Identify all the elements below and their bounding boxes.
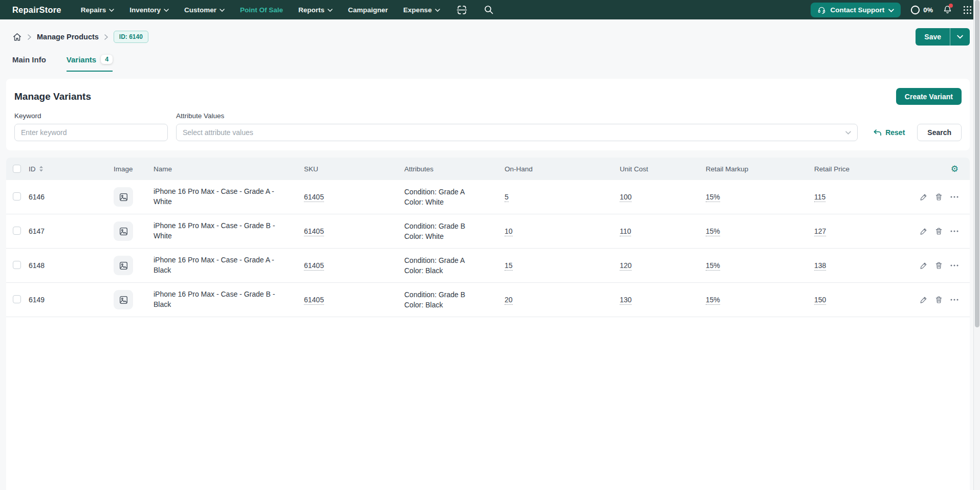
column-header-id[interactable]: ID [23, 165, 107, 173]
attribute-color: Color: Black [404, 300, 498, 310]
delete-trash-icon[interactable] [935, 227, 943, 235]
retail-price-value[interactable]: 138 [814, 261, 826, 271]
delete-trash-icon[interactable] [935, 193, 943, 201]
sort-icon[interactable] [39, 166, 43, 172]
save-dropdown-button[interactable] [950, 28, 970, 46]
notifications-bell-icon[interactable] [943, 5, 952, 15]
apps-grid-icon[interactable] [963, 6, 972, 14]
variant-image-placeholder[interactable] [114, 187, 133, 207]
more-options-ellipsis-icon[interactable] [950, 196, 959, 198]
create-variant-button[interactable]: Create Variant [896, 88, 962, 105]
more-options-ellipsis-icon[interactable] [950, 230, 959, 232]
attribute-values-placeholder: Select attribute values [183, 128, 253, 137]
keyword-label: Keyword [14, 112, 168, 120]
row-checkbox[interactable] [13, 261, 21, 269]
usage-gauge[interactable]: 0% [910, 5, 933, 15]
chevron-down-icon [220, 9, 225, 12]
select-all-checkbox[interactable] [13, 165, 21, 173]
variant-sku[interactable]: 61405 [304, 296, 324, 305]
variant-image-placeholder[interactable] [114, 256, 133, 275]
attribute-color: Color: White [404, 231, 498, 241]
table-header: ID Image Name SKU Attributes On-Hand Uni… [6, 158, 970, 180]
table-body: 6146 iPhone 16 Pro Max - Case - Grade A … [6, 180, 970, 317]
edit-pencil-icon[interactable] [920, 193, 927, 201]
table-row: 6149 iPhone 16 Pro Max - Case - Grade B … [6, 283, 970, 317]
on-hand-value[interactable]: 20 [505, 296, 513, 305]
image-icon [119, 192, 128, 202]
attribute-color: Color: Black [404, 265, 498, 276]
variant-id: 6146 [23, 193, 107, 201]
tab-variants[interactable]: Variants 4 [67, 55, 113, 72]
attribute-values-select[interactable]: Select attribute values [176, 124, 858, 141]
breadcrumb-manage-products[interactable]: Manage Products [37, 33, 99, 41]
retail-price-value[interactable]: 150 [814, 296, 826, 305]
unit-cost-value[interactable]: 100 [620, 193, 631, 202]
edit-pencil-icon[interactable] [920, 296, 927, 304]
variant-name: iPhone 16 Pro Max - Case - Grade A - Whi… [154, 187, 288, 207]
keyword-input[interactable] [14, 124, 168, 141]
retail-markup-value[interactable]: 15% [706, 227, 720, 236]
row-checkbox[interactable] [13, 192, 21, 201]
more-options-ellipsis-icon[interactable] [950, 299, 959, 301]
contact-support-button[interactable]: Contact Support [811, 3, 901, 17]
undo-arrow-icon [873, 129, 882, 137]
barcode-scan-icon[interactable] [456, 5, 467, 15]
column-header-sku: SKU [298, 165, 398, 173]
unit-cost-value[interactable]: 110 [620, 227, 631, 236]
column-header-attributes: Attributes [398, 165, 498, 173]
home-icon[interactable] [12, 32, 22, 42]
nav-item-point-of-sale[interactable]: Point Of Sale [240, 6, 283, 14]
column-header-retail-markup: Retail Markup [700, 165, 808, 173]
image-icon [119, 295, 128, 305]
chevron-down-icon [957, 35, 963, 39]
edit-pencil-icon[interactable] [920, 262, 927, 270]
row-checkbox[interactable] [13, 295, 21, 303]
retail-markup-value[interactable]: 15% [706, 193, 720, 202]
nav-item-campaigner[interactable]: Campaigner [348, 6, 388, 14]
on-hand-value[interactable]: 5 [505, 193, 509, 202]
row-checkbox[interactable] [13, 227, 21, 235]
table-settings-gear-icon[interactable]: ⚙ [951, 165, 959, 173]
brand-logo[interactable]: RepairStore [12, 5, 61, 15]
column-header-retail-price: Retail Price [808, 165, 909, 173]
variant-sku[interactable]: 61405 [304, 193, 324, 202]
retail-markup-value[interactable]: 15% [706, 296, 720, 305]
column-header-name: Name [147, 165, 298, 173]
nav-item-reports[interactable]: Reports [298, 6, 333, 14]
save-button[interactable]: Save [916, 28, 950, 46]
variant-name: iPhone 16 Pro Max - Case - Grade A - Bla… [154, 255, 288, 275]
scrollbar-thumb[interactable] [975, 0, 979, 327]
search-icon[interactable] [484, 5, 494, 15]
attribute-condition: Condition: Grade A [404, 255, 498, 265]
variant-sku[interactable]: 61405 [304, 261, 324, 271]
variant-name: iPhone 16 Pro Max - Case - Grade B - Bla… [154, 289, 288, 309]
unit-cost-value[interactable]: 120 [620, 261, 631, 271]
delete-trash-icon[interactable] [935, 296, 943, 304]
on-hand-value[interactable]: 10 [505, 227, 513, 236]
chevron-down-icon [109, 9, 114, 12]
nav-item-customer[interactable]: Customer [184, 6, 225, 14]
variant-sku[interactable]: 61405 [304, 227, 324, 236]
reset-button[interactable]: Reset [873, 124, 905, 141]
delete-trash-icon[interactable] [935, 261, 943, 270]
variant-image-placeholder[interactable] [114, 221, 133, 241]
navbar-right-cluster: Contact Support 0% [811, 3, 972, 17]
attribute-condition: Condition: Grade B [404, 289, 498, 300]
edit-pencil-icon[interactable] [920, 228, 927, 235]
nav-item-repairs[interactable]: Repairs [81, 6, 115, 14]
column-header-on-hand: On-Hand [498, 165, 614, 173]
nav-item-inventory[interactable]: Inventory [129, 6, 169, 14]
on-hand-value[interactable]: 15 [505, 261, 513, 271]
variant-attributes: Condition: Grade A Color: White [398, 187, 498, 208]
nav-item-expense[interactable]: Expense [403, 6, 440, 14]
variant-image-placeholder[interactable] [114, 290, 133, 309]
unit-cost-value[interactable]: 130 [620, 296, 631, 305]
chevron-down-icon [164, 9, 169, 12]
vertical-scrollbar[interactable] [973, 0, 980, 490]
retail-price-value[interactable]: 115 [814, 193, 825, 202]
retail-price-value[interactable]: 127 [814, 227, 826, 236]
tab-main-info[interactable]: Main Info [12, 55, 46, 72]
search-button[interactable]: Search [917, 124, 962, 141]
more-options-ellipsis-icon[interactable] [950, 264, 959, 266]
retail-markup-value[interactable]: 15% [706, 261, 720, 271]
